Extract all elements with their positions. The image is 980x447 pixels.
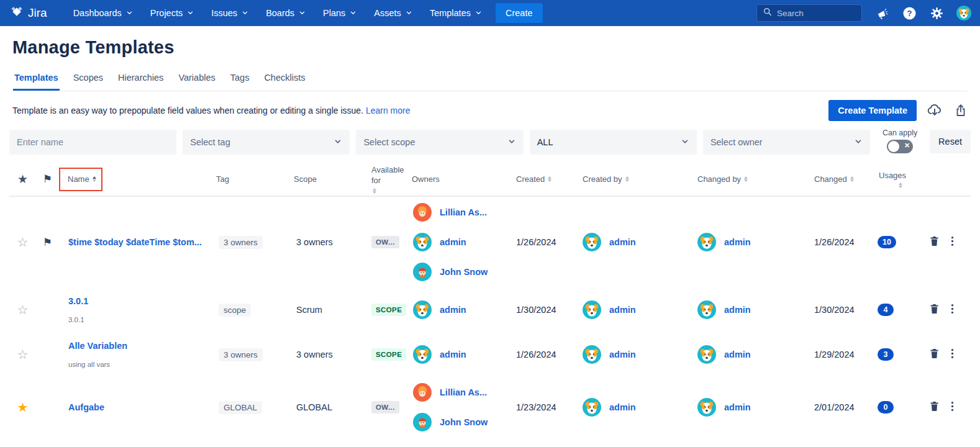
owner-entry: John Snow bbox=[413, 263, 506, 281]
user-link[interactable]: admin bbox=[440, 305, 466, 315]
help-icon[interactable]: ? bbox=[902, 6, 917, 20]
filter-scope-select[interactable]: Select scope bbox=[356, 130, 523, 155]
flag-column-icon[interactable]: ⚑ bbox=[43, 173, 52, 186]
user-link[interactable]: Lillian As... bbox=[440, 207, 487, 217]
sort-icon[interactable] bbox=[93, 176, 96, 182]
favorite-star-toggle[interactable]: ☆ bbox=[17, 347, 29, 362]
nav-item-plans[interactable]: Plans bbox=[315, 3, 364, 23]
jira-home-link[interactable]: Jira bbox=[10, 5, 47, 21]
nav-item-issues[interactable]: Issues bbox=[204, 3, 256, 23]
created-date: 1/26/2024 bbox=[506, 350, 578, 359]
user-link[interactable]: admin bbox=[724, 237, 751, 247]
nav-item-templates[interactable]: Templates bbox=[422, 3, 489, 23]
nav-item-boards[interactable]: Boards bbox=[258, 3, 313, 23]
reset-filters-button[interactable]: Reset bbox=[930, 130, 971, 153]
global-search[interactable] bbox=[756, 4, 862, 22]
column-label: Owners bbox=[412, 174, 440, 185]
filter-name-input[interactable] bbox=[9, 130, 176, 155]
template-row: ☆ ⚑ $time $today $dateTime $tom... 3 own… bbox=[9, 197, 971, 287]
delete-template-button[interactable] bbox=[929, 235, 940, 249]
learn-more-link[interactable]: Learn more bbox=[366, 106, 411, 115]
flag-icon[interactable]: ⚑ bbox=[43, 237, 52, 248]
tab-checklists[interactable]: Checklists bbox=[263, 69, 306, 91]
kebab-menu-icon bbox=[951, 348, 954, 361]
sort-icon[interactable] bbox=[548, 176, 551, 182]
user-link[interactable]: admin bbox=[609, 350, 636, 359]
favorite-star-toggle[interactable]: ★ bbox=[17, 400, 29, 415]
user-link[interactable]: admin bbox=[440, 237, 466, 247]
delete-template-button[interactable] bbox=[929, 303, 940, 317]
user-link[interactable]: Lillian As... bbox=[440, 387, 487, 397]
announcements-icon[interactable] bbox=[874, 6, 889, 20]
row-more-actions-button[interactable] bbox=[951, 303, 954, 317]
template-name-link[interactable]: 3.0.1 bbox=[68, 296, 211, 306]
user-link[interactable]: John Snow bbox=[440, 417, 488, 427]
template-name-link[interactable]: Aufgabe bbox=[68, 402, 211, 412]
delete-template-button[interactable] bbox=[929, 348, 940, 361]
star-column-icon[interactable]: ★ bbox=[17, 172, 28, 187]
filter-owner-select[interactable]: Select owner bbox=[703, 130, 870, 155]
filter-tag-select[interactable]: Select tag bbox=[183, 130, 350, 155]
row-more-actions-button[interactable] bbox=[951, 400, 954, 414]
nav-item-dashboards[interactable]: Dashboards bbox=[66, 3, 140, 23]
usages-badge: 0 bbox=[878, 401, 894, 413]
nav-item-assets[interactable]: Assets bbox=[366, 3, 420, 23]
sort-icon[interactable] bbox=[625, 176, 629, 182]
can-apply-toggle[interactable]: ✕ bbox=[887, 140, 913, 153]
create-template-button[interactable]: Create Template bbox=[828, 100, 917, 121]
available-for-chip: SCOPE bbox=[371, 348, 406, 361]
sort-icon[interactable] bbox=[850, 176, 854, 182]
column-header-created[interactable]: Created bbox=[506, 174, 578, 185]
nav-item-label: Plans bbox=[323, 8, 345, 18]
user-link[interactable]: admin bbox=[724, 305, 751, 315]
nav-item-projects[interactable]: Projects bbox=[143, 3, 201, 23]
column-header-name-annotated[interactable]: Name bbox=[59, 168, 102, 192]
search-input[interactable] bbox=[777, 9, 858, 18]
user-link[interactable]: admin bbox=[609, 305, 636, 315]
tab-variables[interactable]: Variables bbox=[177, 69, 216, 91]
user-link[interactable]: admin bbox=[609, 402, 636, 412]
user-link[interactable]: admin bbox=[440, 350, 466, 359]
usages-badge: 3 bbox=[878, 348, 894, 361]
tab-tags[interactable]: Tags bbox=[229, 69, 251, 91]
settings-gear-icon[interactable] bbox=[929, 6, 944, 20]
row-more-actions-button[interactable] bbox=[951, 235, 954, 249]
favorite-star-toggle[interactable]: ☆ bbox=[17, 235, 29, 250]
tab-templates[interactable]: Templates bbox=[13, 69, 60, 91]
top-navbar: Jira Dashboards Projects Issues Boards P… bbox=[0, 0, 980, 26]
kebab-menu-icon bbox=[951, 400, 954, 414]
dog-avatar bbox=[583, 398, 601, 417]
dog-avatar bbox=[583, 345, 601, 364]
template-name-link[interactable]: $time $today $dateTime $tom... bbox=[68, 237, 211, 247]
sort-icon[interactable] bbox=[899, 183, 902, 188]
user-link[interactable]: admin bbox=[609, 237, 636, 247]
user-avatar[interactable] bbox=[956, 6, 971, 20]
import-cloud-icon[interactable] bbox=[927, 102, 943, 119]
column-header-created_by[interactable]: Created by bbox=[578, 174, 692, 185]
column-header-changed[interactable]: Changed bbox=[804, 174, 873, 185]
available-for-chip: SCOPE bbox=[371, 304, 406, 316]
trash-icon bbox=[929, 400, 940, 414]
column-header-usages[interactable]: Usages bbox=[873, 171, 925, 189]
template-subtitle: using all vars bbox=[68, 361, 211, 368]
tab-hierarchies[interactable]: Hierarchies bbox=[117, 69, 165, 91]
favorite-star-toggle[interactable]: ☆ bbox=[17, 302, 29, 317]
template-name-link[interactable]: Alle Variablen bbox=[68, 341, 211, 351]
user-link[interactable]: admin bbox=[724, 350, 751, 359]
delete-template-button[interactable] bbox=[929, 400, 940, 414]
owner-entry: Lillian As... bbox=[413, 203, 506, 222]
sort-icon[interactable] bbox=[373, 188, 376, 194]
chevron-down-icon bbox=[242, 8, 248, 18]
tab-scopes[interactable]: Scopes bbox=[72, 69, 104, 91]
export-share-icon[interactable] bbox=[953, 102, 969, 119]
create-button[interactable]: Create bbox=[496, 3, 543, 23]
jira-logo-icon bbox=[10, 5, 24, 21]
row-more-actions-button[interactable] bbox=[951, 348, 954, 361]
user-link[interactable]: John Snow bbox=[440, 267, 488, 277]
column-header-available[interactable]: Available for bbox=[366, 165, 407, 194]
user-link[interactable]: admin bbox=[724, 402, 751, 412]
dog-avatar bbox=[413, 345, 432, 364]
filter-type-select[interactable]: ALL bbox=[530, 130, 697, 155]
sort-icon[interactable] bbox=[744, 176, 748, 182]
column-header-changed_by[interactable]: Changed by bbox=[692, 174, 804, 185]
